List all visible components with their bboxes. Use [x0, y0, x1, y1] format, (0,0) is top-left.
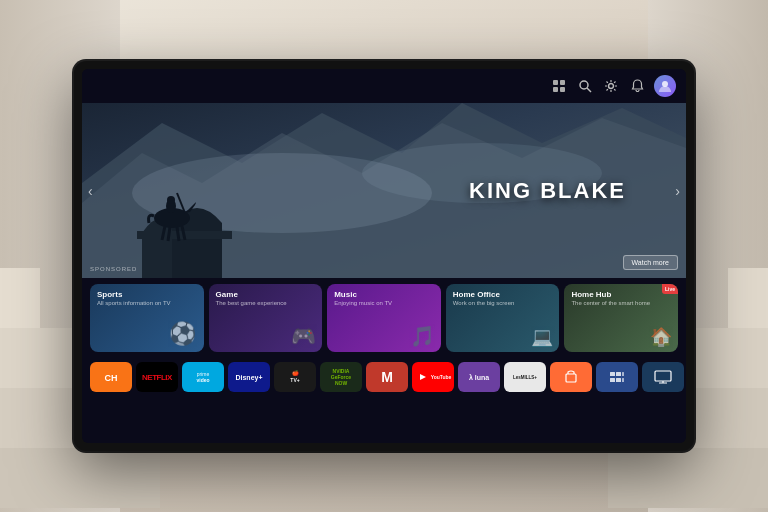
svg-line-25 — [177, 227, 179, 241]
svg-text:CH: CH — [105, 373, 118, 383]
hero-next-button[interactable]: › — [675, 183, 680, 199]
app-apple-tv[interactable]: 🍎 TV+ — [274, 362, 316, 392]
card-sports[interactable]: Sports All sports information on TV — [90, 284, 204, 352]
apps-row: CH NETFLIX prime video Disney+ 🍎 TV+ — [82, 358, 686, 398]
svg-rect-2 — [0, 328, 80, 388]
card-game[interactable]: Game The best game experience — [209, 284, 323, 352]
svg-point-14 — [609, 84, 614, 89]
hero-section: KING BLAKE SPONSORED Watch more ‹ › — [82, 103, 686, 278]
svg-rect-7 — [728, 268, 768, 328]
content-cards-row: Sports All sports information on TV Game… — [82, 278, 686, 358]
app-lesmills[interactable]: LesMILLS+ — [504, 362, 546, 392]
live-badge: Live — [662, 284, 678, 294]
svg-rect-9 — [560, 80, 565, 85]
svg-rect-0 — [0, 448, 160, 508]
card-homeoffice-label: Home Office — [453, 290, 500, 299]
settings-icon[interactable] — [602, 77, 620, 95]
svg-rect-36 — [607, 369, 627, 385]
watch-more-button[interactable]: Watch more — [623, 255, 678, 270]
svg-line-13 — [587, 88, 591, 92]
svg-rect-41 — [616, 378, 621, 382]
card-home-hub[interactable]: Live Home Hub The center of the smart ho… — [564, 284, 678, 352]
svg-rect-42 — [622, 378, 624, 382]
app-apps[interactable] — [596, 362, 638, 392]
svg-rect-39 — [622, 372, 624, 376]
card-sports-label: Sports — [97, 290, 122, 299]
svg-point-28 — [167, 196, 175, 204]
multiview-icon[interactable] — [550, 77, 568, 95]
app-shop[interactable] — [550, 362, 592, 392]
card-game-sublabel: The best game experience — [216, 300, 287, 306]
card-music[interactable]: Music Enjoying music on TV — [327, 284, 441, 352]
tv-screen: KING BLAKE SPONSORED Watch more ‹ › Spor… — [82, 69, 686, 443]
notifications-icon[interactable] — [628, 77, 646, 95]
svg-rect-11 — [560, 87, 565, 92]
tv-frame: KING BLAKE SPONSORED Watch more ‹ › Spor… — [74, 61, 694, 451]
svg-rect-8 — [553, 80, 558, 85]
card-sports-sublabel: All sports information on TV — [97, 300, 171, 306]
card-music-label: Music — [334, 290, 357, 299]
svg-rect-4 — [608, 448, 768, 508]
search-icon[interactable] — [576, 77, 594, 95]
app-ch[interactable]: CH — [90, 362, 132, 392]
svg-rect-3 — [0, 268, 40, 328]
card-homehub-label: Home Hub — [571, 290, 611, 299]
app-disney-plus[interactable]: Disney+ — [228, 362, 270, 392]
app-masterclass[interactable]: M — [366, 362, 408, 392]
app-luna[interactable]: λ luna — [458, 362, 500, 392]
svg-rect-10 — [553, 87, 558, 92]
sponsored-label: SPONSORED — [90, 266, 137, 272]
svg-rect-6 — [688, 328, 768, 388]
svg-line-24 — [168, 227, 170, 241]
profile-icon[interactable] — [654, 75, 676, 97]
card-homehub-sublabel: The center of the smart home — [571, 300, 650, 306]
app-prime-video[interactable]: prime video — [182, 362, 224, 392]
app-youtube[interactable]: YouTube — [412, 362, 454, 392]
card-game-label: Game — [216, 290, 238, 299]
card-home-office[interactable]: Home Office Work on the big screen — [446, 284, 560, 352]
svg-rect-38 — [616, 372, 621, 376]
card-music-sublabel: Enjoying music on TV — [334, 300, 392, 306]
app-screen-share[interactable] — [642, 362, 684, 392]
svg-rect-40 — [610, 378, 615, 382]
app-geforce-now[interactable]: NVIDIA GeForce NOW — [320, 362, 362, 392]
app-netflix[interactable]: NETFLIX — [136, 362, 178, 392]
hero-prev-button[interactable]: ‹ — [88, 183, 93, 199]
card-homeoffice-sublabel: Work on the big screen — [453, 300, 515, 306]
svg-rect-37 — [610, 372, 615, 376]
top-bar — [82, 69, 686, 103]
hero-title: KING BLAKE — [469, 178, 626, 204]
svg-point-12 — [580, 81, 588, 89]
